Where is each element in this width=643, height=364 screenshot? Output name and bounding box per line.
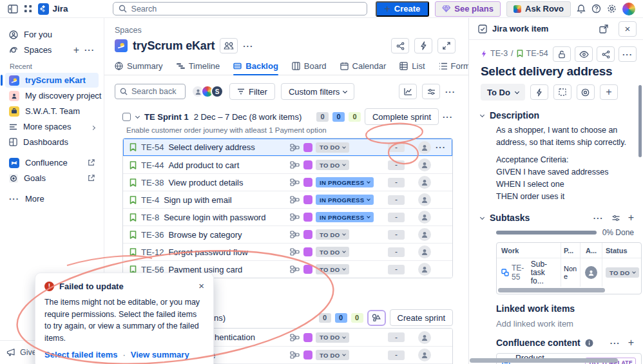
add-button[interactable] [600,84,618,100]
work-item-row[interactable]: TE-12 Forgot password flow TO DO - [123,243,452,260]
sidebar-item-confluence[interactable]: Confluence [5,155,99,170]
hierarchy-icon[interactable] [287,144,302,151]
add-space-icon[interactable] [73,45,79,55]
estimate-field[interactable]: - [388,160,405,170]
sprint-checkbox[interactable] [122,113,131,121]
issue-summary[interactable]: View product details [168,178,287,187]
fullscreen-button[interactable] [437,38,456,53]
assignee-avatar[interactable] [418,141,431,154]
add-confluence-content-button[interactable] [628,338,634,348]
watch-eye-button[interactable] [575,46,593,62]
estimate-field[interactable]: - [388,213,405,222]
work-item-row[interactable]: TE-38 View product details IN PROGRESS - [123,173,452,191]
column-header-assignee[interactable]: A... [581,243,602,258]
estimate-field[interactable]: - [388,142,405,152]
view-summary-link[interactable]: View summary [131,350,189,359]
estimate-field[interactable]: - [388,265,405,274]
confluence-more-button[interactable] [610,338,620,348]
assignee-avatar[interactable] [585,266,597,279]
share-button[interactable] [391,38,409,53]
complete-sprint-button[interactable]: Complete sprint [365,108,439,125]
info-icon[interactable] [585,339,593,347]
ask-rovo-button[interactable]: Ask Rovo [506,1,571,17]
view-settings-button[interactable] [422,84,440,99]
assignee-avatar[interactable] [418,211,431,224]
sidebar-item-swat-team[interactable]: S.W.A.T. Team [5,104,99,119]
tab-calendar[interactable]: Calendar [340,57,387,75]
collapse-sidebar-icon[interactable] [8,5,18,14]
work-item-row[interactable]: TE-8 Secure login with password IN PROGR… [123,208,452,225]
assignee-avatar[interactable] [418,158,431,171]
breadcrumb[interactable]: Spaces [115,26,468,35]
item-key[interactable]: TE-54 [526,49,548,58]
hierarchy-icon[interactable] [287,351,302,359]
assignee-avatar[interactable] [418,193,431,206]
issue-summary[interactable]: Sign up with email [164,195,287,205]
global-search[interactable] [113,2,367,15]
row-more-button[interactable] [436,142,446,152]
column-header-priority[interactable]: P... [561,243,581,258]
parent-color-chip[interactable] [303,230,312,239]
work-item-row[interactable]: TE-36 Browse by category TO DO - [123,225,452,243]
open-in-new-icon[interactable] [599,24,608,34]
parent-color-chip[interactable] [303,160,312,169]
status-dropdown[interactable]: IN PROGRESS [316,177,374,187]
status-dropdown[interactable]: IN PROGRESS [316,195,374,205]
work-item-row[interactable]: TE-44 Add product to cart TO DO - [123,156,452,173]
assignee-filter-avatars[interactable]: S [191,85,224,98]
sprint-name[interactable]: TE Sprint 1 [144,112,189,122]
share-button[interactable] [597,46,615,62]
column-header-work[interactable]: Work [497,243,561,258]
assignee-avatar[interactable] [418,349,431,361]
status-dropdown[interactable]: TO DO [316,160,349,170]
assignee-avatar[interactable] [418,245,431,258]
app-switcher-icon[interactable] [24,5,32,13]
issue-summary[interactable]: Select delivery address [168,142,287,152]
jira-logo[interactable] [38,3,49,15]
status-dropdown[interactable]: TO DO [606,267,639,278]
sidebar-item-my-discovery-project[interactable]: My discovery project [5,88,99,103]
acceptance-criteria[interactable]: Acceptance Criteria: GIVEN I have saved … [496,154,634,203]
sidebar-item-for-you[interactable]: For you [5,27,99,42]
tab-list[interactable]: List [399,57,425,75]
description-text[interactable]: As a shopper, I want to choose an addres… [496,124,634,149]
parent-color-chip[interactable] [303,247,312,256]
parent-color-chip[interactable] [303,333,312,342]
issue-summary[interactable]: Forgot password flow [168,247,287,257]
project-more-button[interactable] [243,41,253,51]
notifications-icon[interactable] [577,4,586,14]
issue-summary[interactable]: Add product to cart [168,160,287,170]
search-input[interactable] [131,5,361,14]
hierarchy-icon[interactable] [287,334,302,341]
estimate-field[interactable]: - [388,350,405,360]
assignee-avatar[interactable] [418,263,431,276]
hierarchy-icon[interactable] [287,248,302,256]
hierarchy-icon[interactable] [287,196,302,204]
add-linked-work-item-field[interactable]: Add linked work item [496,319,634,329]
help-icon[interactable] [591,4,601,14]
close-panel-button[interactable] [619,21,637,37]
improve-selection-button[interactable] [553,84,571,100]
parent-color-chip[interactable] [303,178,312,187]
create-button[interactable]: Create [376,1,430,17]
hierarchy-icon[interactable] [287,265,302,273]
subtask-key[interactable]: TE-55 [512,263,528,282]
see-plans-button[interactable]: See plans [435,1,501,17]
parent-color-chip[interactable] [303,350,312,359]
tab-summary[interactable]: Summary [115,57,163,75]
sidebar-item-more[interactable]: More [5,191,99,206]
panel-vertical-scrollbar[interactable] [638,85,642,157]
sidebar-item-spaces[interactable]: Spaces [5,43,99,57]
target-button[interactable] [577,84,595,100]
parent-color-chip[interactable] [303,265,312,274]
estimate-field[interactable]: - [388,178,405,187]
ai-shapes-button[interactable] [367,310,386,326]
filter-button[interactable]: Filter [229,83,275,100]
status-dropdown[interactable]: TO DO [316,247,349,257]
tab-timeline[interactable]: Timeline [177,57,220,75]
add-subtask-button[interactable] [628,213,634,223]
parent-color-chip[interactable] [303,143,312,152]
sprint-more-button[interactable] [443,112,453,122]
member-avatar-s[interactable]: S [211,85,224,98]
toolbar-more-button[interactable] [445,87,456,97]
